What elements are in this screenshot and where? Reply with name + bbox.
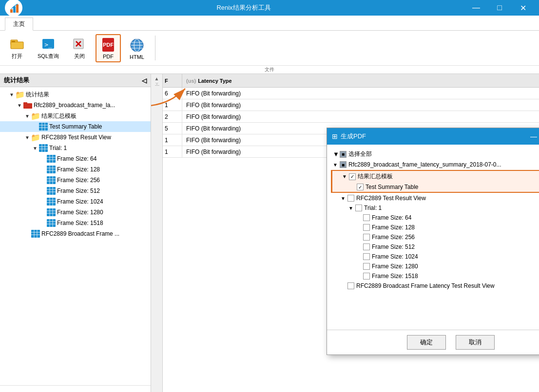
item-label: Frame Size: 512	[372, 243, 415, 250]
modal-select-all[interactable]: ▼ ■ 选择全部	[331, 149, 539, 160]
item-checkbox[interactable]	[363, 253, 370, 260]
item-checkbox[interactable]	[363, 214, 370, 221]
fs64-icon	[47, 154, 56, 163]
cancel-button[interactable]: 取消	[456, 335, 495, 350]
cell-f: 2	[163, 111, 182, 122]
close-button[interactable]: ✕	[512, 0, 534, 16]
modal-tree-item[interactable]: ▼ RFC2889 Test Result View	[331, 193, 539, 203]
modal-tree-item[interactable]: Frame Size: 1280	[331, 261, 539, 271]
item-checkbox[interactable]	[363, 224, 370, 231]
modal-tree-item[interactable]: Frame Size: 64	[331, 213, 539, 223]
fs1280-icon	[47, 208, 56, 217]
sidebar-item-fs512[interactable]: Frame Size: 512	[0, 186, 151, 196]
toggle-result[interactable]: ▼	[23, 133, 31, 141]
pdf-button[interactable]: PDF PDF	[96, 34, 121, 62]
cell-f: 5	[163, 123, 182, 134]
latency-type-col-header: Latency Type	[198, 78, 232, 84]
item-toggle[interactable]: ▼	[342, 174, 349, 179]
sidebar-item-fs1518-label: Frame Size: 1518	[57, 220, 103, 226]
sidebar-item-root[interactable]: ▼ 📁 统计结果	[0, 89, 151, 100]
toggle-rfc[interactable]: ▼	[16, 101, 23, 109]
item-toggle[interactable]: ▼	[333, 162, 340, 168]
sidebar: 统计结果 ◁ ▼ 📁 统计结果 ▼	[0, 74, 151, 392]
sidebar-item-fs1280[interactable]: Frame Size: 1280	[0, 207, 151, 218]
scroll-up[interactable]: ▲	[154, 76, 159, 81]
modal-tree-item[interactable]: Frame Size: 256	[331, 232, 539, 242]
svg-rect-26	[39, 144, 48, 152]
item-label: Test Summary Table	[366, 184, 419, 190]
svg-rect-36	[47, 166, 56, 173]
modal-controls[interactable]: — □ ✕	[527, 131, 539, 142]
toggle-trial[interactable]: ▼	[31, 144, 39, 152]
sidebar-item-trial1[interactable]: ▼ Trial: 1	[0, 143, 151, 153]
modal-minimize-button[interactable]: —	[527, 131, 539, 142]
sidebar-item-fs1024-label: Frame Size: 1024	[57, 198, 103, 205]
item-checkbox[interactable]	[347, 282, 354, 289]
item-checkbox[interactable]	[347, 195, 354, 202]
modal-tree-item[interactable]: Frame Size: 1024	[331, 252, 539, 261]
modal-tree-item[interactable]: Frame Size: 1518	[331, 271, 539, 281]
tab-home[interactable]: 主页	[5, 18, 33, 31]
close-ribbon-button[interactable]: 关闭	[67, 34, 92, 62]
item-checkbox[interactable]: ■	[340, 161, 346, 168]
item-checkbox[interactable]	[363, 273, 370, 280]
modal-tree-item[interactable]: ▼ Trial: 1	[331, 203, 539, 213]
title-bar: Renix结果分析工具 — □ ✕	[0, 0, 539, 16]
close-ribbon-icon	[72, 36, 87, 52]
toggle-root[interactable]: ▼	[8, 91, 16, 98]
svg-rect-31	[47, 155, 56, 163]
title-bar-controls[interactable]: — □ ✕	[465, 0, 534, 16]
sidebar-item-fs64[interactable]: Frame Size: 64	[0, 153, 151, 164]
item-label: Frame Size: 256	[372, 234, 415, 241]
sidebar-item-fs1024[interactable]: Frame Size: 1024	[0, 196, 151, 207]
t	[39, 198, 47, 205]
sidebar-item-result-folder[interactable]: ▼ 📁 RFC2889 Test Result View	[0, 132, 151, 143]
toggle-empty	[31, 123, 39, 131]
sql-button[interactable]: >_ SQL查询	[33, 34, 63, 62]
sql-icon: >_	[40, 36, 56, 52]
item-checkbox[interactable]: ✓	[357, 184, 364, 190]
modal-tree-item[interactable]: ✓ Test Summary Table	[332, 182, 539, 192]
modal-tree-item[interactable]: ▼ ■ Rfc2889_broadcast_frame_latency_summ…	[331, 160, 539, 169]
item-checkbox[interactable]	[363, 234, 370, 241]
sidebar-item-rfc-folder[interactable]: ▼ Rfc2889_broadcast_frame_la...	[0, 100, 151, 111]
toggle-summary[interactable]: ▼	[23, 112, 31, 120]
item-label: Trial: 1	[364, 205, 382, 211]
select-all-checkbox[interactable]: ■	[340, 151, 346, 158]
sidebar-item-fs128[interactable]: Frame Size: 128	[0, 164, 151, 175]
sidebar-item-summary-folder[interactable]: ▼ 📁 结果汇总模板	[0, 111, 151, 121]
sidebar-item-rfc-label: Rfc2889_broadcast_frame_la...	[34, 102, 115, 109]
maximize-button[interactable]: □	[488, 0, 511, 16]
sidebar-item-test-summary[interactable]: Test Summary Table	[0, 121, 151, 132]
item-checkbox[interactable]	[363, 263, 370, 270]
minimize-button[interactable]: —	[465, 0, 487, 16]
item-toggle[interactable]: ▼	[348, 205, 355, 211]
sidebar-collapse-icon[interactable]: ◁	[142, 77, 147, 84]
html-icon	[129, 37, 145, 53]
modal-tree-item[interactable]: Frame Size: 512	[331, 242, 539, 252]
sidebar-item-fs256[interactable]: Frame Size: 256	[0, 175, 151, 186]
table-icon	[39, 122, 48, 131]
sidebar-item-result-label: RFC2889 Test Result View	[41, 134, 111, 141]
modal-tree-item[interactable]: ▼ ✓ 结果汇总模板	[332, 171, 539, 182]
sidebar-item-fs1518[interactable]: Frame Size: 1518	[0, 218, 151, 228]
modal-title-left: ⊞ 生成PDF	[332, 132, 366, 141]
folder-red-icon	[23, 101, 32, 110]
modal-tree-item[interactable]: RFC2889 Broadcast Frame Latency Test Res…	[331, 281, 539, 291]
t	[39, 187, 47, 195]
html-button[interactable]: HTML	[125, 35, 149, 62]
item-checkbox[interactable]: ✓	[349, 173, 356, 180]
item-checkbox[interactable]	[355, 205, 362, 211]
open-button[interactable]: 打开	[5, 34, 29, 62]
item-checkbox[interactable]	[363, 243, 370, 250]
broadcast-icon	[31, 229, 40, 238]
cell-f: 1	[163, 99, 182, 111]
item-toggle[interactable]: ▼	[341, 196, 347, 201]
sidebar-item-fs256-label: Frame Size: 256	[57, 177, 100, 184]
html-label: HTML	[130, 54, 144, 60]
confirm-button[interactable]: 确定	[407, 335, 446, 350]
modal-tree-item[interactable]: Frame Size: 128	[331, 223, 539, 232]
sidebar-item-broadcast[interactable]: RFC2889 Broadcast Frame ...	[0, 228, 151, 239]
svg-rect-61	[47, 219, 56, 227]
highlight-wrapper: ▼ ✓ 结果汇总模板 ✓ Test Summary Table	[331, 170, 539, 193]
